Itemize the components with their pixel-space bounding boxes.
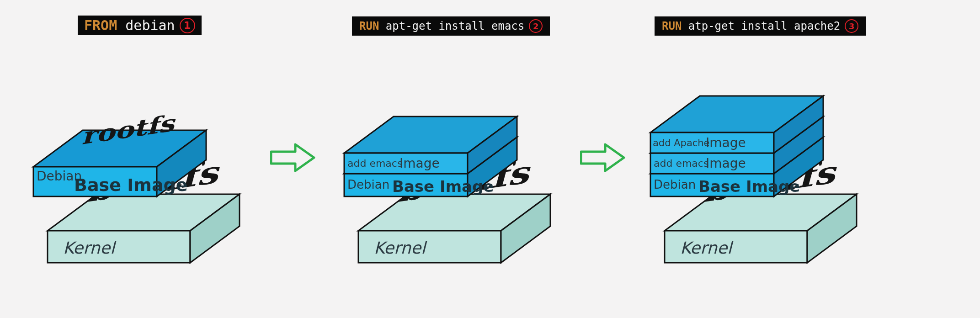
command-keyword: RUN: [359, 20, 379, 32]
svg-marker-1: [581, 144, 624, 171]
arrow-icon: [580, 142, 626, 174]
command-args: atp-get install apache2: [688, 20, 840, 32]
command-args: apt-get install emacs: [386, 20, 524, 32]
base-image-layer: rootfs Debian Base Image: [33, 109, 206, 196]
step-number-badge: 3: [845, 19, 858, 33]
debian-side-label: Debian: [347, 178, 389, 191]
svg-marker-0: [271, 144, 314, 171]
debian-side-label: Debian: [654, 178, 696, 191]
image-label: Image: [706, 135, 746, 150]
command-step-2: RUN apt-get install emacs 2: [352, 16, 550, 36]
base-image-label: Base Image: [74, 175, 188, 195]
base-image-label: Base Image: [392, 177, 494, 196]
command-keyword: RUN: [662, 20, 682, 32]
command-step-3: RUN atp-get install apache2 3: [655, 16, 866, 36]
kernel-label: Kernel: [374, 238, 427, 257]
command-keyword: FROM: [84, 17, 117, 33]
stack-step-3: bootfs Kernel Debian Base Image add emac…: [647, 107, 858, 299]
base-image-label: Base Image: [698, 177, 800, 196]
diagram-stage: FROM debian 1 RUN apt-get install emacs …: [0, 0, 980, 318]
kernel-label: Kernel: [680, 238, 734, 257]
stack-step-2: bootfs Kernel Debian Base Image add emac…: [341, 107, 551, 299]
add-apache-side-label: add Apache: [653, 138, 710, 148]
add-emacs-side-label: add emacs: [654, 158, 708, 169]
command-args: debian: [125, 17, 175, 33]
image-label: Image: [706, 156, 746, 171]
step-number-badge: 1: [180, 18, 195, 33]
kernel-label: Kernel: [63, 238, 117, 257]
image-label: Image: [399, 156, 440, 171]
stack-step-1: bootfs Kernel rootfs Debian Base Image: [30, 107, 240, 299]
add-emacs-side-label: add emacs: [347, 158, 402, 169]
arrow-icon: [270, 142, 316, 174]
step-number-badge: 2: [529, 19, 543, 33]
command-step-1: FROM debian 1: [78, 16, 202, 35]
